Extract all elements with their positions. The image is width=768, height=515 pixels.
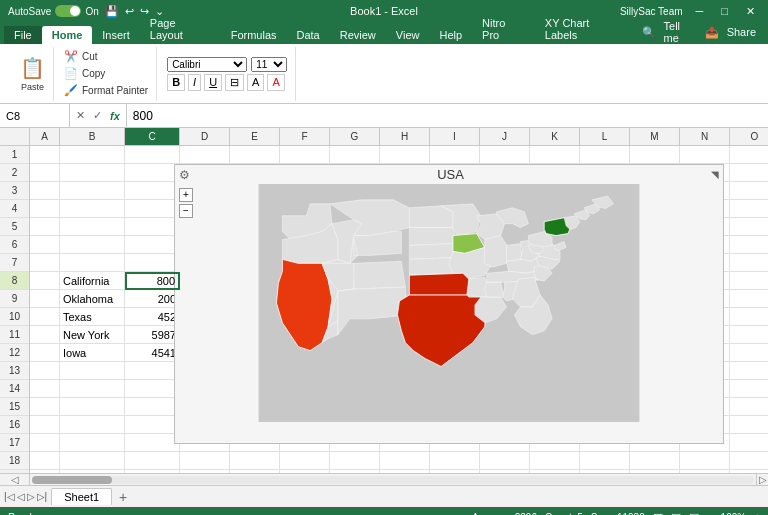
tab-home[interactable]: Home [42, 26, 93, 44]
cell-O18[interactable] [730, 452, 768, 470]
cell-B3[interactable] [60, 182, 125, 200]
tab-xychartlabels[interactable]: XY Chart Labels [535, 14, 634, 44]
cell-C17[interactable] [125, 434, 180, 452]
cell-L18[interactable] [580, 452, 630, 470]
cell-C2[interactable] [125, 164, 180, 182]
function-icon[interactable]: fx [108, 110, 122, 122]
cell-A11[interactable] [30, 326, 60, 344]
cell-O8[interactable] [730, 272, 768, 290]
cancel-icon[interactable]: ✕ [74, 109, 87, 122]
cell-G18[interactable] [330, 452, 380, 470]
row-header-7[interactable]: 7 [0, 254, 29, 272]
share-label[interactable]: Share [727, 26, 756, 38]
cell-L19[interactable] [580, 470, 630, 473]
cell-O17[interactable] [730, 434, 768, 452]
cell-O4[interactable] [730, 200, 768, 218]
cell-N19[interactable] [680, 470, 730, 473]
cell-B7[interactable] [60, 254, 125, 272]
cell-O2[interactable] [730, 164, 768, 182]
cell-C11[interactable]: 5987 [125, 326, 180, 344]
cell-E19[interactable] [230, 470, 280, 473]
cell-O15[interactable] [730, 398, 768, 416]
cell-O13[interactable] [730, 362, 768, 380]
tab-help[interactable]: Help [429, 26, 472, 44]
tab-formulas[interactable]: Formulas [221, 26, 287, 44]
cell-O7[interactable] [730, 254, 768, 272]
cell-G19[interactable] [330, 470, 380, 473]
cell-M19[interactable] [630, 470, 680, 473]
row-header-6[interactable]: 6 [0, 236, 29, 254]
sheet-last-btn[interactable]: ▷| [37, 491, 48, 502]
zoom-in-button[interactable]: + [754, 512, 760, 516]
sheet-next-btn[interactable]: ▷ [27, 491, 35, 502]
cell-I18[interactable] [430, 452, 480, 470]
row-header-9[interactable]: 9 [0, 290, 29, 308]
view-page-button[interactable]: ▣ [671, 511, 681, 516]
cell-C16[interactable] [125, 416, 180, 434]
cell-H1[interactable] [380, 146, 430, 164]
cell-C9[interactable]: 200 [125, 290, 180, 308]
cell-O12[interactable] [730, 344, 768, 362]
col-header-L[interactable]: L [580, 128, 630, 145]
cell-G1[interactable] [330, 146, 380, 164]
cell-A4[interactable] [30, 200, 60, 218]
cell-M1[interactable] [630, 146, 680, 164]
tab-file[interactable]: File [4, 26, 42, 44]
row-header-18[interactable]: 18 [0, 452, 29, 470]
sheet-first-btn[interactable]: |◁ [4, 491, 15, 502]
cell-A19[interactable] [30, 470, 60, 473]
close-button[interactable]: ✕ [741, 5, 760, 18]
cell-A17[interactable] [30, 434, 60, 452]
row-header-13[interactable]: 13 [0, 362, 29, 380]
underline-button[interactable]: U [204, 74, 222, 91]
cell-B12[interactable]: Iowa [60, 344, 125, 362]
cell-B5[interactable] [60, 218, 125, 236]
cell-H19[interactable] [380, 470, 430, 473]
cell-B14[interactable] [60, 380, 125, 398]
fontcolor-button[interactable]: A [267, 74, 284, 91]
cell-O9[interactable] [730, 290, 768, 308]
cell-A15[interactable] [30, 398, 60, 416]
cell-C3[interactable] [125, 182, 180, 200]
zoom-out-button[interactable]: − [179, 204, 193, 218]
col-header-O[interactable]: O [730, 128, 768, 145]
paste-icon[interactable]: 📋 [20, 56, 45, 80]
row-header-2[interactable]: 2 [0, 164, 29, 182]
col-header-K[interactable]: K [530, 128, 580, 145]
cell-M18[interactable] [630, 452, 680, 470]
col-header-I[interactable]: I [430, 128, 480, 145]
col-header-J[interactable]: J [480, 128, 530, 145]
cell-C19[interactable] [125, 470, 180, 473]
undo-icon[interactable]: ↩ [125, 5, 134, 18]
tab-insert[interactable]: Insert [92, 26, 140, 44]
cell-D1[interactable] [180, 146, 230, 164]
cell-C18[interactable] [125, 452, 180, 470]
col-header-E[interactable]: E [230, 128, 280, 145]
autosave-toggle[interactable] [55, 5, 81, 17]
name-box[interactable]: C8 [0, 104, 70, 127]
row-header-5[interactable]: 5 [0, 218, 29, 236]
cell-F1[interactable] [280, 146, 330, 164]
cell-H18[interactable] [380, 452, 430, 470]
cell-C14[interactable] [125, 380, 180, 398]
formatpainter-icon[interactable]: 🖌️ [64, 84, 78, 97]
cell-B15[interactable] [60, 398, 125, 416]
italic-button[interactable]: I [188, 74, 201, 91]
tab-view[interactable]: View [386, 26, 430, 44]
cell-O16[interactable] [730, 416, 768, 434]
font-size-select[interactable]: 11 [251, 57, 287, 72]
cell-O6[interactable] [730, 236, 768, 254]
tab-pagelayout[interactable]: Page Layout [140, 14, 221, 44]
row-header-16[interactable]: 16 [0, 416, 29, 434]
cell-C8[interactable]: 800 [125, 272, 180, 290]
cell-K19[interactable] [530, 470, 580, 473]
cell-A16[interactable] [30, 416, 60, 434]
row-header-12[interactable]: 12 [0, 344, 29, 362]
border-button[interactable]: ⊟ [225, 74, 244, 91]
cell-B6[interactable] [60, 236, 125, 254]
horizontal-scrollbar[interactable]: ◁ ▷ [0, 473, 768, 485]
cell-J19[interactable] [480, 470, 530, 473]
cell-J1[interactable] [480, 146, 530, 164]
cell-E18[interactable] [230, 452, 280, 470]
fillcolor-button[interactable]: A [247, 74, 264, 91]
